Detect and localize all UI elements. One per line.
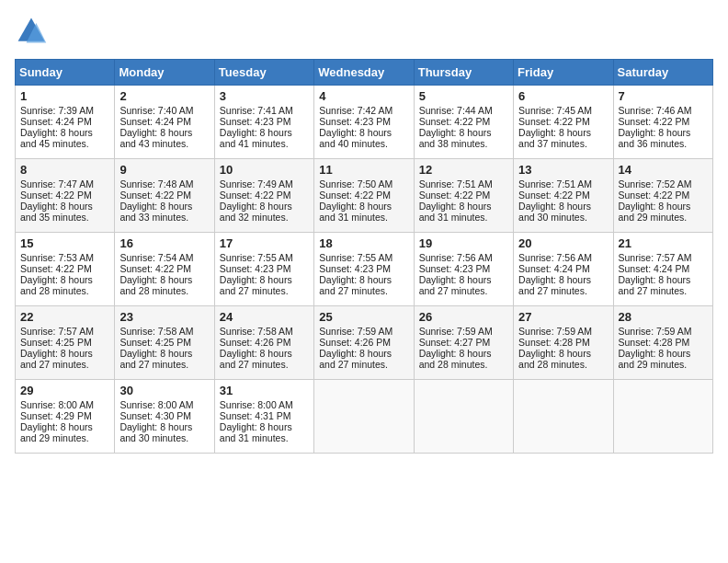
daylight: Daylight: 8 hours and 45 minutes. <box>20 127 93 149</box>
sunset: Sunset: 4:22 PM <box>419 190 491 201</box>
calendar-cell: 31Sunrise: 8:00 AMSunset: 4:31 PMDayligh… <box>214 380 313 454</box>
daylight: Daylight: 8 hours and 28 minutes. <box>518 348 591 370</box>
weekday-header-wednesday: Wednesday <box>314 60 414 86</box>
sunrise: Sunrise: 7:51 AM <box>419 178 493 190</box>
sunset: Sunset: 4:22 PM <box>119 190 191 201</box>
logo-icon <box>15 15 48 48</box>
sunset: Sunset: 4:31 PM <box>220 410 291 421</box>
sunset: Sunset: 4:30 PM <box>119 410 191 421</box>
daylight: Daylight: 8 hours and 27 minutes. <box>319 348 392 370</box>
sunset: Sunset: 4:23 PM <box>220 263 291 274</box>
daylight: Daylight: 8 hours and 28 minutes. <box>119 274 192 296</box>
sunset: Sunset: 4:26 PM <box>319 337 391 348</box>
sunrise: Sunrise: 7:50 AM <box>319 178 392 190</box>
day-number: 23 <box>119 310 209 324</box>
daylight: Daylight: 8 hours and 29 minutes. <box>619 201 691 223</box>
day-number: 19 <box>419 236 508 250</box>
sunset: Sunset: 4:23 PM <box>319 116 391 127</box>
sunset: Sunset: 4:28 PM <box>619 337 690 348</box>
sunrise: Sunrise: 7:54 AM <box>119 252 193 263</box>
weekday-header-sunday: Sunday <box>16 60 115 86</box>
sunset: Sunset: 4:27 PM <box>419 337 491 348</box>
daylight: Daylight: 8 hours and 27 minutes. <box>220 348 292 370</box>
day-number: 27 <box>518 310 608 324</box>
sunset: Sunset: 4:22 PM <box>619 190 690 201</box>
day-number: 25 <box>319 310 408 324</box>
calendar-cell: 5Sunrise: 7:44 AMSunset: 4:22 PMDaylight… <box>414 86 513 159</box>
calendar-cell <box>514 380 613 454</box>
sunrise: Sunrise: 7:59 AM <box>619 326 692 337</box>
daylight: Daylight: 8 hours and 31 minutes. <box>419 201 492 223</box>
sunset: Sunset: 4:22 PM <box>20 190 92 201</box>
sunset: Sunset: 4:22 PM <box>518 116 590 127</box>
day-number: 13 <box>518 163 608 177</box>
sunset: Sunset: 4:23 PM <box>419 263 491 274</box>
sunset: Sunset: 4:22 PM <box>119 263 191 274</box>
daylight: Daylight: 8 hours and 43 minutes. <box>119 127 192 149</box>
sunrise: Sunrise: 7:53 AM <box>20 252 94 263</box>
day-number: 24 <box>220 310 309 324</box>
sunrise: Sunrise: 7:42 AM <box>319 105 392 116</box>
calendar-cell: 13Sunrise: 7:51 AMSunset: 4:22 PMDayligh… <box>514 159 613 233</box>
weekday-header-saturday: Saturday <box>613 60 712 86</box>
calendar-cell: 14Sunrise: 7:52 AMSunset: 4:22 PMDayligh… <box>613 159 712 233</box>
week-row-5: 29Sunrise: 8:00 AMSunset: 4:29 PMDayligh… <box>16 380 713 454</box>
sunrise: Sunrise: 7:55 AM <box>220 252 293 263</box>
day-number: 12 <box>419 163 508 177</box>
daylight: Daylight: 8 hours and 31 minutes. <box>220 421 292 443</box>
daylight: Daylight: 8 hours and 30 minutes. <box>119 421 192 443</box>
daylight: Daylight: 8 hours and 27 minutes. <box>20 348 93 370</box>
day-number: 21 <box>619 236 708 250</box>
sunset: Sunset: 4:23 PM <box>220 116 291 127</box>
calendar-cell: 19Sunrise: 7:56 AMSunset: 4:23 PMDayligh… <box>414 233 513 306</box>
day-number: 1 <box>20 89 109 103</box>
sunrise: Sunrise: 7:58 AM <box>119 326 193 337</box>
calendar-cell: 21Sunrise: 7:57 AMSunset: 4:24 PMDayligh… <box>613 233 712 306</box>
calendar-cell: 4Sunrise: 7:42 AMSunset: 4:23 PMDaylight… <box>314 86 414 159</box>
sunrise: Sunrise: 7:45 AM <box>518 105 592 116</box>
sunrise: Sunrise: 8:00 AM <box>119 399 193 410</box>
sunset: Sunset: 4:28 PM <box>518 337 590 348</box>
weekday-header-monday: Monday <box>115 60 214 86</box>
daylight: Daylight: 8 hours and 35 minutes. <box>20 201 93 223</box>
daylight: Daylight: 8 hours and 40 minutes. <box>319 127 392 149</box>
calendar-cell <box>414 380 513 454</box>
weekday-header-tuesday: Tuesday <box>214 60 313 86</box>
calendar-cell: 7Sunrise: 7:46 AMSunset: 4:22 PMDaylight… <box>613 86 712 159</box>
daylight: Daylight: 8 hours and 31 minutes. <box>319 201 392 223</box>
sunset: Sunset: 4:24 PM <box>20 116 92 127</box>
sunrise: Sunrise: 7:57 AM <box>20 326 94 337</box>
sunrise: Sunrise: 7:57 AM <box>619 252 692 263</box>
day-number: 31 <box>220 384 309 397</box>
calendar-cell: 3Sunrise: 7:41 AMSunset: 4:23 PMDaylight… <box>214 86 313 159</box>
calendar-cell <box>613 380 712 454</box>
daylight: Daylight: 8 hours and 27 minutes. <box>220 274 292 296</box>
sunrise: Sunrise: 7:59 AM <box>518 326 592 337</box>
calendar-cell: 12Sunrise: 7:51 AMSunset: 4:22 PMDayligh… <box>414 159 513 233</box>
day-number: 30 <box>119 384 209 397</box>
week-row-2: 8Sunrise: 7:47 AMSunset: 4:22 PMDaylight… <box>16 159 713 233</box>
sunrise: Sunrise: 7:39 AM <box>20 105 94 116</box>
calendar-cell: 2Sunrise: 7:40 AMSunset: 4:24 PMDaylight… <box>115 86 214 159</box>
day-number: 26 <box>419 310 508 324</box>
daylight: Daylight: 8 hours and 27 minutes. <box>518 274 591 296</box>
daylight: Daylight: 8 hours and 38 minutes. <box>419 127 492 149</box>
calendar-cell: 24Sunrise: 7:58 AMSunset: 4:26 PMDayligh… <box>214 306 313 380</box>
daylight: Daylight: 8 hours and 32 minutes. <box>220 201 292 223</box>
day-number: 7 <box>619 89 708 103</box>
day-number: 15 <box>20 236 109 250</box>
calendar-cell: 26Sunrise: 7:59 AMSunset: 4:27 PMDayligh… <box>414 306 513 380</box>
day-number: 11 <box>319 163 408 177</box>
weekday-header-friday: Friday <box>514 60 613 86</box>
day-number: 28 <box>619 310 708 324</box>
calendar-cell: 27Sunrise: 7:59 AMSunset: 4:28 PMDayligh… <box>514 306 613 380</box>
day-number: 29 <box>20 384 109 397</box>
calendar-cell: 29Sunrise: 8:00 AMSunset: 4:29 PMDayligh… <box>16 380 115 454</box>
daylight: Daylight: 8 hours and 37 minutes. <box>518 127 591 149</box>
sunrise: Sunrise: 7:58 AM <box>220 326 293 337</box>
calendar-cell: 15Sunrise: 7:53 AMSunset: 4:22 PMDayligh… <box>16 233 115 306</box>
calendar-cell: 16Sunrise: 7:54 AMSunset: 4:22 PMDayligh… <box>115 233 214 306</box>
day-number: 6 <box>518 89 608 103</box>
sunset: Sunset: 4:22 PM <box>220 190 291 201</box>
daylight: Daylight: 8 hours and 28 minutes. <box>20 274 93 296</box>
